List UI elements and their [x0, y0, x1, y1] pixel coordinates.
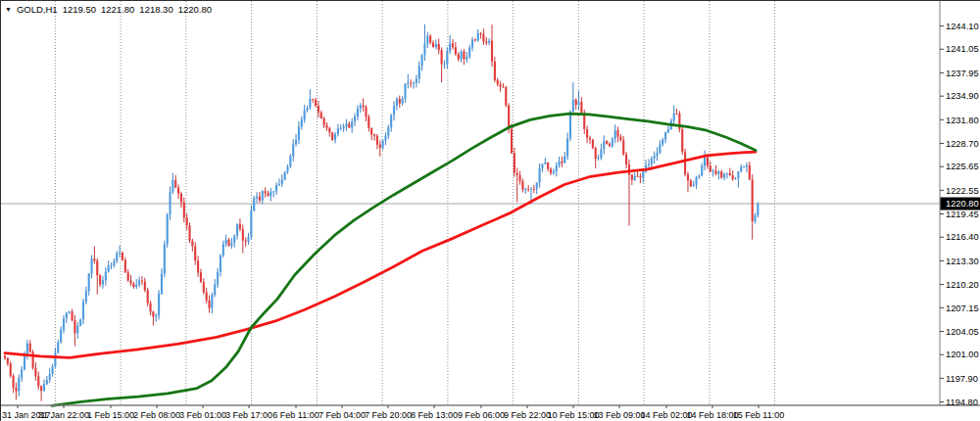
- candle-down: [348, 123, 350, 127]
- candle-up: [488, 41, 490, 43]
- symbol-dropdown-icon[interactable]: ▼: [5, 5, 12, 15]
- candle-down: [561, 162, 563, 164]
- price-tick-label: 1204.05: [946, 327, 979, 337]
- price-tick-label: 1201.00: [946, 350, 979, 359]
- candle-up: [54, 353, 56, 367]
- symbol-ohlc-info: ▼ GOLD,H1 1219.50 1221.80 1218.30 1220.8…: [5, 4, 212, 15]
- candle-down: [174, 180, 176, 188]
- candle-up: [524, 189, 526, 190]
- candle-up: [161, 274, 163, 295]
- candle-up: [21, 369, 23, 377]
- candle-down: [265, 191, 267, 193]
- price-tick-label: 1237.95: [946, 69, 979, 78]
- time-tick-label: 31 Jan 22:00: [38, 410, 89, 420]
- candle-down: [452, 43, 454, 47]
- candle-up: [360, 106, 362, 109]
- candle-up: [443, 65, 445, 66]
- time-tick-label: 13 Feb 09:00: [593, 410, 645, 420]
- candle-down: [206, 293, 208, 301]
- candle-down: [37, 376, 39, 386]
- candle-up: [138, 280, 140, 284]
- candle-up: [357, 109, 359, 117]
- candle-down: [580, 102, 582, 114]
- candle-up: [301, 119, 303, 126]
- candle-up: [471, 40, 473, 48]
- candle-up: [566, 138, 568, 156]
- candle-down: [480, 33, 482, 34]
- candle-down: [575, 100, 577, 105]
- candle-up: [256, 197, 258, 198]
- candle-down: [379, 145, 381, 148]
- candle-up: [664, 132, 666, 139]
- candle-down: [93, 258, 95, 260]
- candle-down: [141, 280, 143, 281]
- candle-up: [648, 164, 650, 165]
- candle-down: [592, 140, 594, 149]
- candle-up: [413, 83, 415, 84]
- candle-up: [614, 130, 616, 139]
- candle-down: [34, 368, 36, 377]
- price-tick-label: 1213.30: [946, 257, 979, 266]
- candle-down: [595, 148, 597, 159]
- candle-down: [609, 144, 611, 146]
- candle-up: [295, 140, 297, 145]
- chart-window: 1244.101241.051237.951234.901231.801228.…: [0, 0, 980, 421]
- candle-up: [754, 215, 756, 221]
- candle-down: [514, 153, 515, 172]
- candle-up: [217, 272, 219, 285]
- candle-down: [149, 304, 151, 312]
- candle-up: [466, 57, 467, 59]
- candle-down: [99, 275, 101, 284]
- candle-down: [152, 311, 154, 316]
- candle-up: [701, 165, 703, 175]
- candle-up: [247, 237, 249, 242]
- candle-up: [569, 112, 571, 138]
- candle-up: [88, 273, 90, 291]
- candle-up: [654, 156, 656, 159]
- candle-down: [729, 173, 731, 175]
- candle-up: [556, 165, 558, 171]
- candle-down: [147, 290, 149, 303]
- candle-down: [586, 129, 588, 138]
- candle-down: [681, 129, 683, 152]
- candle-up: [337, 128, 339, 134]
- candle-down: [463, 52, 465, 60]
- candle-down: [318, 106, 319, 113]
- price-chart-canvas[interactable]: 1244.101241.051237.951234.901231.801228.…: [1, 1, 980, 421]
- time-tick-label: 9 Feb 06:00: [458, 410, 505, 420]
- time-tick-label: 9 Feb 22:00: [504, 410, 551, 420]
- price-tick-label: 1231.80: [946, 116, 979, 125]
- candle-up: [402, 99, 404, 104]
- candle-down: [328, 128, 330, 133]
- candle-up: [169, 192, 171, 214]
- candle-up: [396, 99, 398, 106]
- candle-down: [242, 229, 244, 240]
- candle-down: [583, 114, 585, 129]
- candle-down: [690, 180, 692, 186]
- ohlc-open-value: 1219.50: [63, 4, 96, 15]
- candle-up: [105, 272, 107, 281]
- candle-down: [707, 158, 709, 166]
- candle-up: [667, 129, 669, 132]
- time-axis[interactable]: 31 Jan 201731 Jan 22:001 Feb 15:002 Feb …: [2, 405, 784, 420]
- candle-down: [325, 125, 327, 128]
- candle-up: [600, 149, 602, 158]
- candle-up: [603, 141, 605, 149]
- candle-up: [286, 166, 288, 171]
- ohlc-high-value: 1221.80: [101, 4, 134, 15]
- candle-down: [710, 165, 711, 171]
- price-axis[interactable]: 1244.101241.051237.951234.901231.801228.…: [940, 22, 979, 407]
- candle-down: [129, 280, 131, 283]
- candle-down: [482, 34, 484, 42]
- candle-down: [331, 133, 333, 140]
- candle-up: [270, 192, 271, 196]
- candle-down: [494, 62, 496, 80]
- candle-up: [446, 51, 448, 64]
- candle-down: [617, 130, 619, 137]
- candle-up: [284, 172, 286, 180]
- candle-down: [550, 169, 552, 173]
- candle-down: [127, 272, 129, 280]
- candle-down: [589, 138, 591, 140]
- price-tick-label: 1225.65: [946, 162, 979, 171]
- candle-down: [72, 311, 74, 320]
